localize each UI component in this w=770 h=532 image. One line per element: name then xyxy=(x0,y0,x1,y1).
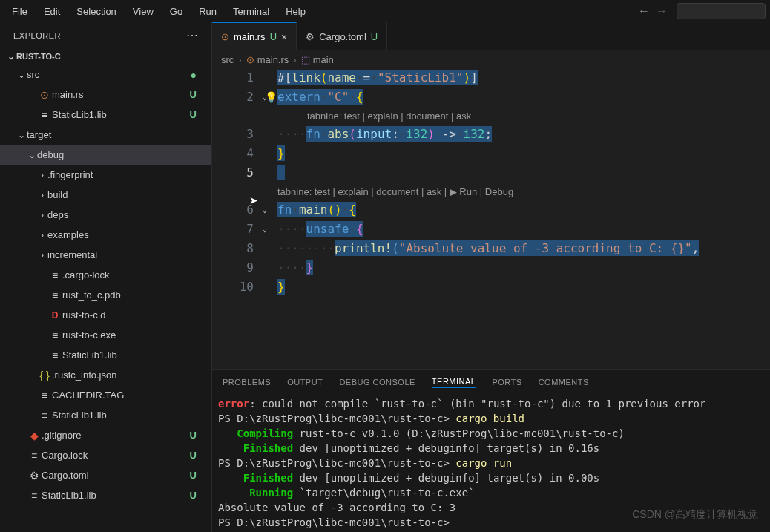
symbol-icon: ⬚ xyxy=(301,54,310,65)
code-editor[interactable]: 1 2⌄💡 3 4 5 6⌄ 7⌄ 8 9 10 #[link(name·=·"… xyxy=(212,68,770,369)
editor-area: ⊙ main.rs U × ⚙ Cargo.toml U src › ⊙ mai… xyxy=(212,22,770,532)
project-header[interactable]: ⌄ RUST-TO-C xyxy=(0,48,211,65)
tree-item-src[interactable]: ⌄src● xyxy=(0,65,211,85)
tree-item-staticlib1-lib[interactable]: ≡StaticLib1.libU xyxy=(0,105,211,125)
tab-bar: ⊙ main.rs U × ⚙ Cargo.toml U xyxy=(212,22,770,50)
rust-icon: ⊙ xyxy=(221,31,229,42)
tree-item-rust-to-c-d[interactable]: Drust-to-c.d xyxy=(0,305,211,325)
explorer-title: EXPLORER xyxy=(13,31,61,40)
tree-item-cargo-lock[interactable]: ≡Cargo.lockU xyxy=(0,445,211,465)
chevron-down-icon: ⌄ xyxy=(6,51,16,62)
nav-forward-icon[interactable]: → xyxy=(656,4,668,18)
tree-item-debug[interactable]: ⌄debug xyxy=(0,145,211,165)
tree-item--cargo-lock[interactable]: ≡.cargo-lock xyxy=(0,265,211,285)
tree-item-deps[interactable]: ›deps xyxy=(0,205,211,225)
tree-item-staticlib1-lib[interactable]: ≡StaticLib1.libU xyxy=(0,485,211,505)
gear-icon: ⚙ xyxy=(306,31,315,42)
rust-icon: ⊙ xyxy=(246,54,254,65)
menu-run[interactable]: Run xyxy=(191,3,224,20)
explorer-more-icon[interactable]: ⋯ xyxy=(186,28,199,42)
tab-main-rs[interactable]: ⊙ main.rs U × xyxy=(212,22,297,50)
menu-go[interactable]: Go xyxy=(162,3,190,20)
tree-item-cachedir-tag[interactable]: ≡CACHEDIR.TAG xyxy=(0,385,211,405)
tree-item-cargo-toml[interactable]: ⚙Cargo.tomlU xyxy=(0,465,211,485)
breadcrumbs[interactable]: src › ⊙ main.rs › ⬚ main xyxy=(212,50,770,68)
close-icon[interactable]: × xyxy=(281,31,287,43)
tree-item-main-rs[interactable]: ⊙main.rsU xyxy=(0,85,211,105)
fold-icon[interactable]: ⌄ xyxy=(262,200,267,220)
menu-file[interactable]: File xyxy=(4,3,35,20)
tree-item-target[interactable]: ⌄target xyxy=(0,125,211,145)
tree-item-build[interactable]: ›build xyxy=(0,185,211,205)
panel-tab-debug-console[interactable]: DEBUG CONSOLE xyxy=(339,378,415,387)
nav-back-icon[interactable]: ← xyxy=(638,4,650,18)
menubar: File Edit Selection View Go Run Terminal… xyxy=(0,0,770,22)
panel-tab-comments[interactable]: COMMENTS xyxy=(539,378,589,387)
menu-view[interactable]: View xyxy=(125,3,161,20)
tab-cargo-toml[interactable]: ⚙ Cargo.toml U xyxy=(297,22,387,50)
menu-edit[interactable]: Edit xyxy=(36,3,68,20)
menu-selection[interactable]: Selection xyxy=(69,3,123,20)
project-name: RUST-TO-C xyxy=(16,52,61,61)
tree-item-incremental[interactable]: ›incremental xyxy=(0,245,211,265)
panel-tab-terminal[interactable]: TERMINAL xyxy=(432,377,476,388)
tree-item-rust-to-c-pdb[interactable]: ≡rust_to_c.pdb xyxy=(0,285,211,305)
search-input[interactable] xyxy=(677,3,766,19)
sidebar-explorer: EXPLORER ⋯ ⌄ RUST-TO-C ⌄src●⊙main.rsU≡St… xyxy=(0,22,212,532)
codelens[interactable]: tabnine: test | explain | document | ask… xyxy=(277,183,770,200)
codelens[interactable]: tabnine: test | explain | document | ask xyxy=(277,107,770,125)
menu-terminal[interactable]: Terminal xyxy=(226,3,277,20)
bottom-panel: PROBLEMS OUTPUT DEBUG CONSOLE TERMINAL P… xyxy=(212,369,770,532)
terminal-output[interactable]: error: could not compile `rust-to-c` (bi… xyxy=(212,395,770,532)
lightbulb-icon[interactable]: 💡 xyxy=(265,88,277,107)
panel-tab-ports[interactable]: PORTS xyxy=(492,378,521,387)
tree-item--rustc-info-json[interactable]: { }.rustc_info.json xyxy=(0,365,211,385)
tree-item--gitignore[interactable]: ◆.gitignoreU xyxy=(0,425,211,445)
panel-tab-problems[interactable]: PROBLEMS xyxy=(223,378,271,387)
tree-item--fingerprint[interactable]: ›.fingerprint xyxy=(0,165,211,185)
file-tree: ⌄src●⊙main.rsU≡StaticLib1.libU⌄target⌄de… xyxy=(0,65,211,532)
tree-item-examples[interactable]: ›examples xyxy=(0,225,211,245)
panel-tab-output[interactable]: OUTPUT xyxy=(287,378,323,387)
tree-item-staticlib1-lib[interactable]: ≡StaticLib1.lib xyxy=(0,345,211,365)
fold-icon[interactable]: ⌄ xyxy=(262,220,267,239)
line-gutter: 1 2⌄💡 3 4 5 6⌄ 7⌄ 8 9 10 xyxy=(212,68,270,369)
tree-item-rust-to-c-exe[interactable]: ≡rust-to-c.exe xyxy=(0,325,211,345)
tree-item-staticlib1-lib[interactable]: ≡StaticLib1.lib xyxy=(0,405,211,425)
menu-help[interactable]: Help xyxy=(278,3,313,20)
